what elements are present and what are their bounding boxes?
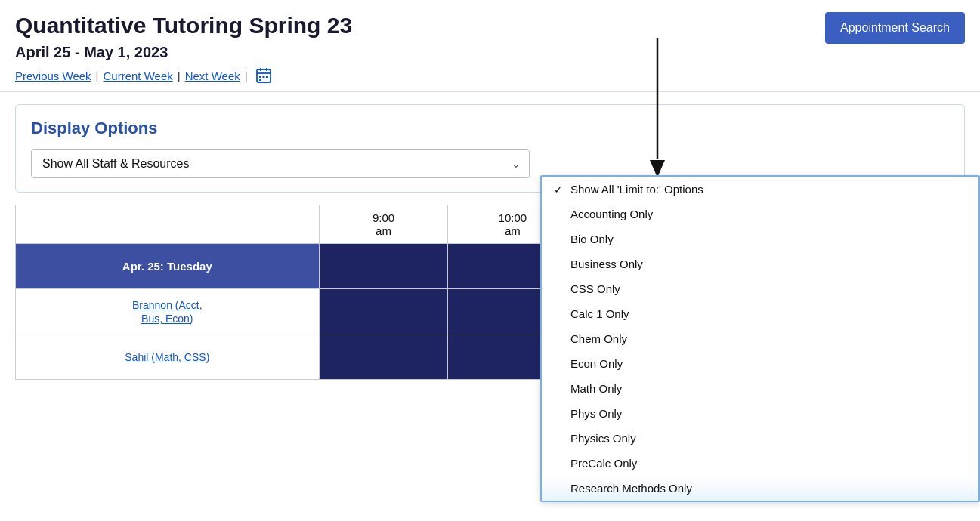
dropdown-item-phys[interactable]: Phys Only	[542, 401, 978, 426]
dropdown-overlay: ✓ Show All 'Limit to:' Options Accountin…	[540, 175, 980, 502]
appointment-search-button[interactable]: Appointment Search	[825, 12, 965, 44]
dropdown-item-calc1[interactable]: Calc 1 Only	[542, 301, 978, 326]
dropdown-item-label: Econ Only	[570, 357, 966, 370]
dropdown-item-label: Calc 1 Only	[570, 307, 966, 320]
previous-week-link[interactable]: Previous Week	[15, 69, 91, 82]
staff-link-sahil[interactable]: Sahil (Math, CSS)	[125, 351, 209, 363]
dropdown-item-label: Physics Only	[570, 432, 966, 445]
dropdown-item-math[interactable]: Math Only	[542, 376, 978, 401]
dropdown-item-precalc[interactable]: PreCalc Only	[542, 451, 978, 476]
dropdown-item-label: Bio Only	[570, 233, 966, 245]
page-wrapper: Quantitative Tutoring Spring 23 April 25…	[0, 0, 980, 521]
calendar-icon[interactable]	[255, 67, 272, 84]
dropdown-item-physics[interactable]: Physics Only	[542, 426, 978, 451]
dropdown-item-econ[interactable]: Econ Only	[542, 351, 978, 376]
current-week-link[interactable]: Current Week	[104, 69, 173, 82]
time-header-900: 9:00am	[319, 205, 448, 244]
dropdown-item-bio[interactable]: Bio Only	[542, 227, 978, 251]
date-filler-1	[319, 244, 448, 289]
dropdown-item-label: CSS Only	[570, 282, 966, 295]
staff-column-header	[16, 205, 320, 244]
page-title: Quantitative Tutoring Spring 23	[15, 12, 352, 39]
day-label: Tuesday	[167, 260, 212, 273]
staff-resources-dropdown[interactable]: Show All Staff & Resources	[31, 149, 530, 178]
svg-rect-7	[259, 79, 261, 81]
dropdown-item-css[interactable]: CSS Only	[542, 276, 978, 301]
staff-cell-brannon: Brannon (Acct,Bus, Econ)	[16, 289, 320, 334]
date-label: Apr. 25:	[122, 260, 167, 273]
dropdown-item-label: Business Only	[570, 257, 966, 270]
block-brannon-900	[319, 289, 448, 334]
next-week-link[interactable]: Next Week	[185, 69, 240, 82]
header-left: Quantitative Tutoring Spring 23 April 25…	[15, 12, 352, 84]
staff-cell-sahil: Sahil (Math, CSS)	[16, 334, 320, 380]
dropdown-item-label: Chem Only	[570, 332, 966, 345]
nav-separator-1: |	[96, 69, 99, 82]
display-options-title: Display Options	[31, 119, 949, 138]
week-nav: Previous Week | Current Week | Next Week…	[15, 67, 352, 84]
date-range: April 25 - May 1, 2023	[15, 44, 352, 61]
date-header-cell: Apr. 25: Tuesday	[16, 244, 320, 289]
nav-separator-2: |	[178, 69, 181, 82]
svg-rect-4	[259, 76, 261, 78]
dropdown-item-research[interactable]: Research Methods Only	[542, 476, 978, 501]
svg-rect-6	[266, 76, 268, 78]
dropdown-item-label: Research Methods Only	[570, 482, 966, 495]
staff-link-brannon[interactable]: Brannon (Acct,Bus, Econ)	[132, 299, 202, 325]
dropdown-item-all[interactable]: ✓ Show All 'Limit to:' Options	[542, 177, 978, 202]
dropdown-wrapper: Show All Staff & Resources ⌄	[31, 149, 530, 178]
dropdown-item-business[interactable]: Business Only	[542, 251, 978, 276]
dropdown-item-chem[interactable]: Chem Only	[542, 326, 978, 351]
block-sahil-900	[319, 334, 448, 380]
dropdown-item-label: PreCalc Only	[570, 457, 966, 470]
dropdown-item-label: Accounting Only	[570, 208, 966, 220]
header: Quantitative Tutoring Spring 23 April 25…	[0, 0, 980, 92]
checkmark-icon: ✓	[554, 183, 566, 196]
nav-separator-3: |	[245, 69, 248, 82]
svg-rect-5	[262, 76, 264, 78]
dropdown-item-label: Math Only	[570, 382, 966, 395]
dropdown-item-label: Phys Only	[570, 407, 966, 420]
dropdown-item-label: Show All 'Limit to:' Options	[570, 183, 966, 196]
dropdown-item-accounting[interactable]: Accounting Only	[542, 202, 978, 227]
